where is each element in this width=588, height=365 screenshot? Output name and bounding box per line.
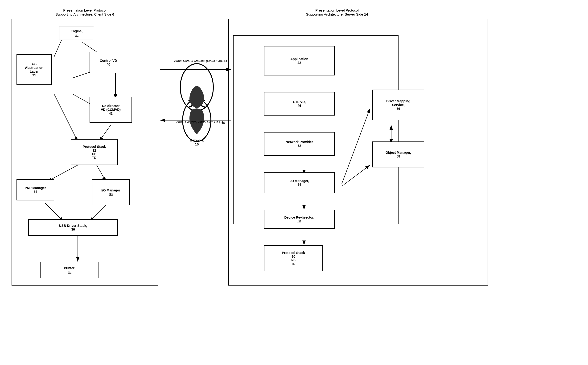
ctl-vd-node: CTL VD, 46 — [264, 92, 335, 116]
server-box-label: Presentation Level Protocol Supporting A… — [231, 8, 443, 16]
pnp-manager-node: PNP Manager 34 — [16, 179, 54, 200]
device-redirector-node: Device Re-director, 50 — [264, 210, 335, 229]
protocol-stack-client-node: Protocol Stack 32 PDTD — [71, 139, 118, 165]
svg-line-12 — [90, 203, 108, 222]
driver-mapping-node: Driver Mapping Service, 56 — [372, 90, 424, 120]
redirector-vd-node: Re-director VD (CCMVD) 42 — [90, 97, 132, 123]
io-manager-client-node: I/O Manager 38 — [92, 179, 130, 205]
os-abstraction-node: OS Abstraction Layer 31 — [16, 54, 52, 85]
control-vd-node: Control VD 40 — [90, 52, 127, 73]
svg-line-21 — [342, 165, 370, 186]
engine-node: Engine, 30 — [59, 26, 94, 40]
network-provider-node: Network Provider 52 — [264, 132, 335, 156]
diagram-container: Presentation Level Protocol Supporting A… — [5, 5, 583, 361]
application-node: Application 22 — [264, 46, 335, 76]
virtual-context-channel-label: Virtual Context (Virtual Com Ch.), 48 — [151, 120, 250, 124]
printer-node: Printer, 60 — [40, 262, 99, 278]
network-label: Network 10 — [190, 138, 204, 146]
network-shape: Network 10 — [170, 59, 224, 148]
virtual-control-channel-label: Virtual Control Channel (Event Info), 44 — [158, 59, 243, 63]
client-box-label: Presentation Level Protocol Supporting A… — [16, 8, 153, 16]
object-manager-node: Object Manager, 58 — [372, 141, 424, 167]
svg-line-20 — [342, 108, 370, 184]
io-manager-server-node: I/O Manager, 54 — [264, 172, 335, 193]
svg-line-14 — [54, 94, 78, 141]
usb-driver-node: USB Driver Stack, 36 — [28, 219, 118, 236]
svg-line-11 — [45, 203, 64, 222]
protocol-stack-server-node: Protocol Stack 60 PDTD — [264, 245, 323, 271]
